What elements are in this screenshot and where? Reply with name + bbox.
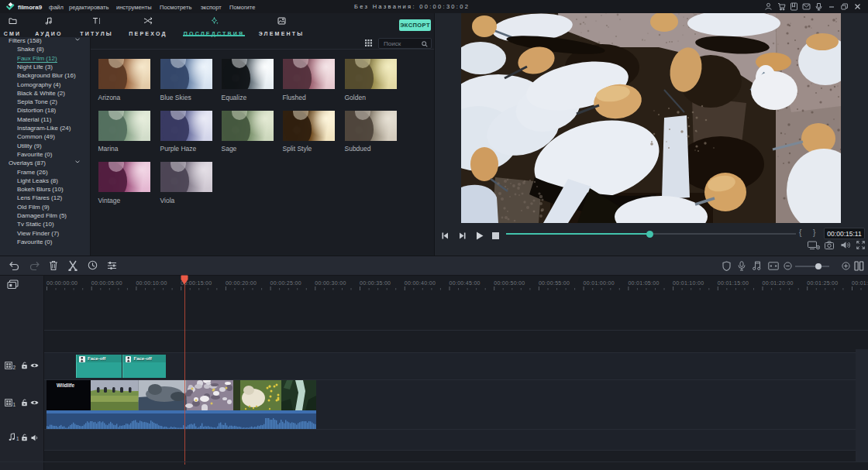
svg-text:Wildlife: Wildlife [57, 383, 74, 388]
